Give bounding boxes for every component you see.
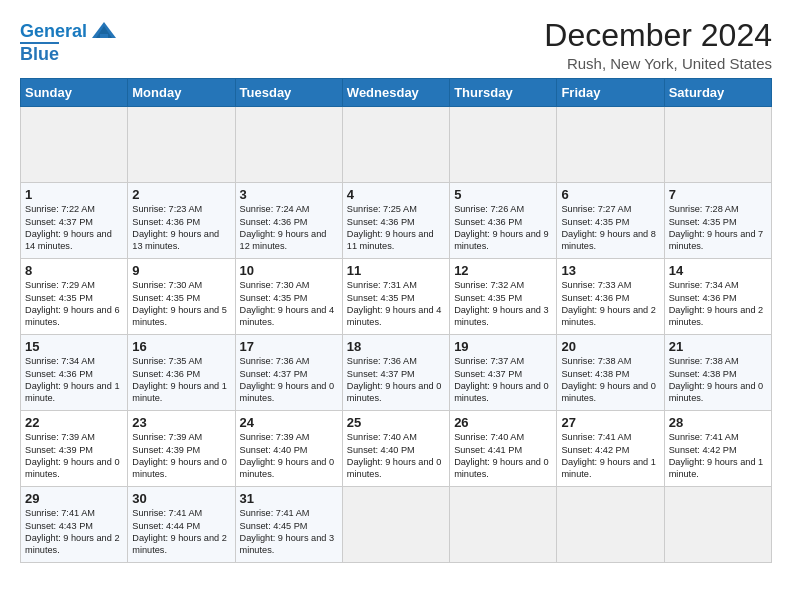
calendar-cell: 4Sunrise: 7:25 AM Sunset: 4:36 PM Daylig…: [342, 183, 449, 259]
day-number: 3: [240, 187, 338, 202]
cell-content: Sunrise: 7:30 AM Sunset: 4:35 PM Dayligh…: [132, 279, 230, 329]
cell-content: Sunrise: 7:23 AM Sunset: 4:36 PM Dayligh…: [132, 203, 230, 253]
day-header-saturday: Saturday: [664, 79, 771, 107]
calendar-cell: 24Sunrise: 7:39 AM Sunset: 4:40 PM Dayli…: [235, 411, 342, 487]
main-title: December 2024: [544, 18, 772, 53]
day-header-tuesday: Tuesday: [235, 79, 342, 107]
calendar-cell: 21Sunrise: 7:38 AM Sunset: 4:38 PM Dayli…: [664, 335, 771, 411]
logo-text: General: [20, 22, 87, 42]
calendar-cell: [664, 487, 771, 563]
cell-content: Sunrise: 7:37 AM Sunset: 4:37 PM Dayligh…: [454, 355, 552, 405]
day-number: 23: [132, 415, 230, 430]
cell-content: Sunrise: 7:36 AM Sunset: 4:37 PM Dayligh…: [240, 355, 338, 405]
calendar-cell: 3Sunrise: 7:24 AM Sunset: 4:36 PM Daylig…: [235, 183, 342, 259]
day-number: 2: [132, 187, 230, 202]
calendar-cell: 20Sunrise: 7:38 AM Sunset: 4:38 PM Dayli…: [557, 335, 664, 411]
calendar-cell: 17Sunrise: 7:36 AM Sunset: 4:37 PM Dayli…: [235, 335, 342, 411]
cell-content: Sunrise: 7:22 AM Sunset: 4:37 PM Dayligh…: [25, 203, 123, 253]
calendar-cell: 14Sunrise: 7:34 AM Sunset: 4:36 PM Dayli…: [664, 259, 771, 335]
calendar-cell: 5Sunrise: 7:26 AM Sunset: 4:36 PM Daylig…: [450, 183, 557, 259]
svg-rect-2: [100, 34, 108, 38]
cell-content: Sunrise: 7:41 AM Sunset: 4:42 PM Dayligh…: [669, 431, 767, 481]
calendar-cell: 19Sunrise: 7:37 AM Sunset: 4:37 PM Dayli…: [450, 335, 557, 411]
cell-content: Sunrise: 7:34 AM Sunset: 4:36 PM Dayligh…: [669, 279, 767, 329]
cell-content: Sunrise: 7:33 AM Sunset: 4:36 PM Dayligh…: [561, 279, 659, 329]
calendar-cell: 30Sunrise: 7:41 AM Sunset: 4:44 PM Dayli…: [128, 487, 235, 563]
calendar-cell: [342, 107, 449, 183]
cell-content: Sunrise: 7:39 AM Sunset: 4:39 PM Dayligh…: [132, 431, 230, 481]
day-number: 20: [561, 339, 659, 354]
calendar-cell: 29Sunrise: 7:41 AM Sunset: 4:43 PM Dayli…: [21, 487, 128, 563]
day-number: 6: [561, 187, 659, 202]
title-block: December 2024 Rush, New York, United Sta…: [544, 18, 772, 72]
cell-content: Sunrise: 7:38 AM Sunset: 4:38 PM Dayligh…: [561, 355, 659, 405]
calendar-cell: 16Sunrise: 7:35 AM Sunset: 4:36 PM Dayli…: [128, 335, 235, 411]
calendar-cell: 28Sunrise: 7:41 AM Sunset: 4:42 PM Dayli…: [664, 411, 771, 487]
calendar-cell: 25Sunrise: 7:40 AM Sunset: 4:40 PM Dayli…: [342, 411, 449, 487]
calendar-cell: 6Sunrise: 7:27 AM Sunset: 4:35 PM Daylig…: [557, 183, 664, 259]
day-number: 9: [132, 263, 230, 278]
logo-subtext: Blue: [20, 42, 59, 65]
day-number: 7: [669, 187, 767, 202]
day-number: 8: [25, 263, 123, 278]
calendar-cell: [557, 487, 664, 563]
cell-content: Sunrise: 7:41 AM Sunset: 4:44 PM Dayligh…: [132, 507, 230, 557]
day-number: 4: [347, 187, 445, 202]
calendar-week-row: [21, 107, 772, 183]
calendar-cell: 2Sunrise: 7:23 AM Sunset: 4:36 PM Daylig…: [128, 183, 235, 259]
cell-content: Sunrise: 7:41 AM Sunset: 4:43 PM Dayligh…: [25, 507, 123, 557]
calendar-cell: [235, 107, 342, 183]
calendar-cell: [128, 107, 235, 183]
cell-content: Sunrise: 7:32 AM Sunset: 4:35 PM Dayligh…: [454, 279, 552, 329]
day-number: 13: [561, 263, 659, 278]
day-number: 19: [454, 339, 552, 354]
calendar-cell: [450, 107, 557, 183]
calendar-cell: 10Sunrise: 7:30 AM Sunset: 4:35 PM Dayli…: [235, 259, 342, 335]
calendar-cell: 13Sunrise: 7:33 AM Sunset: 4:36 PM Dayli…: [557, 259, 664, 335]
day-number: 11: [347, 263, 445, 278]
day-number: 29: [25, 491, 123, 506]
calendar-week-row: 22Sunrise: 7:39 AM Sunset: 4:39 PM Dayli…: [21, 411, 772, 487]
calendar-cell: 22Sunrise: 7:39 AM Sunset: 4:39 PM Dayli…: [21, 411, 128, 487]
cell-content: Sunrise: 7:31 AM Sunset: 4:35 PM Dayligh…: [347, 279, 445, 329]
calendar-cell: [450, 487, 557, 563]
day-number: 14: [669, 263, 767, 278]
day-number: 17: [240, 339, 338, 354]
header: General Blue December 2024 Rush, New Yor…: [20, 18, 772, 72]
day-number: 25: [347, 415, 445, 430]
day-number: 22: [25, 415, 123, 430]
calendar-cell: 26Sunrise: 7:40 AM Sunset: 4:41 PM Dayli…: [450, 411, 557, 487]
cell-content: Sunrise: 7:40 AM Sunset: 4:41 PM Dayligh…: [454, 431, 552, 481]
calendar-table: SundayMondayTuesdayWednesdayThursdayFrid…: [20, 78, 772, 563]
cell-content: Sunrise: 7:24 AM Sunset: 4:36 PM Dayligh…: [240, 203, 338, 253]
day-number: 26: [454, 415, 552, 430]
cell-content: Sunrise: 7:39 AM Sunset: 4:40 PM Dayligh…: [240, 431, 338, 481]
cell-content: Sunrise: 7:35 AM Sunset: 4:36 PM Dayligh…: [132, 355, 230, 405]
day-number: 24: [240, 415, 338, 430]
calendar-week-row: 29Sunrise: 7:41 AM Sunset: 4:43 PM Dayli…: [21, 487, 772, 563]
calendar-week-row: 15Sunrise: 7:34 AM Sunset: 4:36 PM Dayli…: [21, 335, 772, 411]
cell-content: Sunrise: 7:34 AM Sunset: 4:36 PM Dayligh…: [25, 355, 123, 405]
day-number: 16: [132, 339, 230, 354]
cell-content: Sunrise: 7:29 AM Sunset: 4:35 PM Dayligh…: [25, 279, 123, 329]
day-number: 15: [25, 339, 123, 354]
calendar-cell: 12Sunrise: 7:32 AM Sunset: 4:35 PM Dayli…: [450, 259, 557, 335]
day-number: 27: [561, 415, 659, 430]
logo: General Blue: [20, 18, 118, 65]
day-number: 1: [25, 187, 123, 202]
day-number: 31: [240, 491, 338, 506]
day-number: 30: [132, 491, 230, 506]
day-number: 5: [454, 187, 552, 202]
calendar-cell: 1Sunrise: 7:22 AM Sunset: 4:37 PM Daylig…: [21, 183, 128, 259]
cell-content: Sunrise: 7:26 AM Sunset: 4:36 PM Dayligh…: [454, 203, 552, 253]
day-number: 12: [454, 263, 552, 278]
day-number: 10: [240, 263, 338, 278]
page: General Blue December 2024 Rush, New Yor…: [0, 0, 792, 612]
calendar-header-row: SundayMondayTuesdayWednesdayThursdayFrid…: [21, 79, 772, 107]
calendar-cell: [21, 107, 128, 183]
calendar-cell: 8Sunrise: 7:29 AM Sunset: 4:35 PM Daylig…: [21, 259, 128, 335]
calendar-cell: 7Sunrise: 7:28 AM Sunset: 4:35 PM Daylig…: [664, 183, 771, 259]
calendar-week-row: 8Sunrise: 7:29 AM Sunset: 4:35 PM Daylig…: [21, 259, 772, 335]
subtitle: Rush, New York, United States: [544, 55, 772, 72]
cell-content: Sunrise: 7:28 AM Sunset: 4:35 PM Dayligh…: [669, 203, 767, 253]
